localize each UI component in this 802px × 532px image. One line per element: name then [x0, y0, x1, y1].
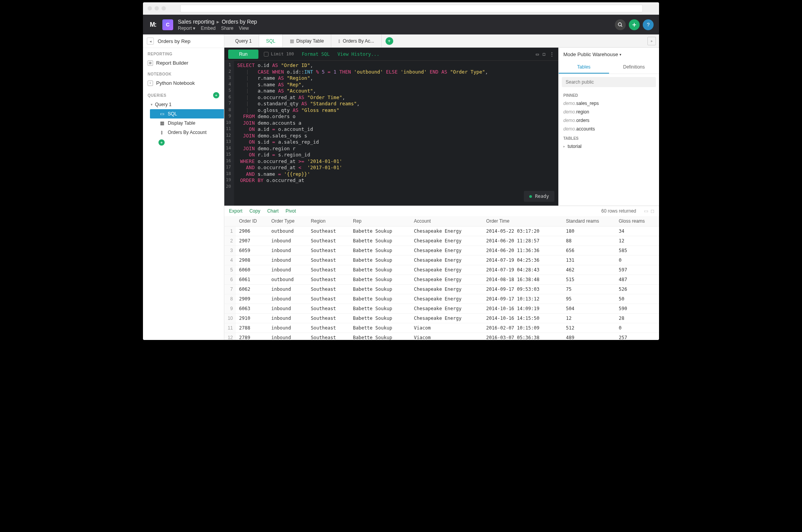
- table-row[interactable]: 22907inboundSoutheastBabette SoukupChesa…: [224, 236, 659, 246]
- sidebar-item-sql[interactable]: ▭ SQL: [150, 109, 224, 118]
- run-button[interactable]: Run: [228, 50, 258, 59]
- sidebar-item-display-table[interactable]: ▦ Display Table: [148, 118, 224, 128]
- column-header[interactable]: Gloss reams: [616, 216, 659, 227]
- limit-toggle[interactable]: Limit 100: [264, 51, 294, 57]
- tab-display-table[interactable]: ▦Display Table: [283, 34, 331, 47]
- breadcrumb: Sales reporting ▸ Orders by Rep: [178, 19, 257, 25]
- tab-orders-by-account[interactable]: ⫿Orders By Ac...: [331, 34, 382, 47]
- sidebar-item-label: SQL: [168, 111, 177, 117]
- menu-view[interactable]: View: [239, 26, 249, 31]
- add-tab-icon[interactable]: +: [386, 37, 393, 45]
- table-row[interactable]: 42908inboundSoutheastBabette SoukupChesa…: [224, 256, 659, 265]
- cell: 462: [563, 265, 616, 275]
- pivot-link[interactable]: Pivot: [286, 208, 296, 214]
- column-header[interactable]: Order ID: [236, 216, 268, 227]
- cell: Babette Soukup: [350, 275, 411, 285]
- maximize-icon[interactable]: ◻: [542, 51, 546, 57]
- maximize-icon[interactable]: ◻: [651, 208, 654, 214]
- table-row[interactable]: 122789inboundSoutheastBabette SoukupViac…: [224, 333, 659, 340]
- cell: Babette Soukup: [350, 333, 411, 340]
- pinned-table[interactable]: demo.orders: [559, 116, 659, 125]
- cell: 590: [616, 304, 659, 314]
- checkbox-icon[interactable]: [264, 52, 268, 57]
- tab-query1[interactable]: Query 1: [228, 34, 259, 47]
- cell: 2909: [236, 294, 268, 304]
- column-header[interactable]: Standard reams: [563, 216, 616, 227]
- status-badge: Ready: [524, 191, 554, 202]
- export-link[interactable]: Export: [229, 208, 243, 214]
- add-below-icon[interactable]: +: [158, 139, 165, 146]
- tab-sql[interactable]: SQL: [259, 34, 283, 47]
- sql-icon: ▭: [159, 111, 165, 117]
- menu-report[interactable]: Report ▾: [178, 26, 195, 31]
- code-lines[interactable]: SELECT o.id AS "Order ID", | CASE WHEN o…: [234, 61, 558, 206]
- more-icon[interactable]: ⋮: [549, 51, 554, 57]
- menu-share[interactable]: Share: [221, 26, 233, 31]
- tab-label: Query 1: [235, 38, 252, 44]
- cell: Chesapeake Energy: [411, 236, 483, 246]
- sidebar-item-orders-by-account[interactable]: ⫿ Orders By Account: [148, 128, 224, 137]
- chevron-right-icon: ▸: [217, 19, 219, 25]
- rp-tab-tables[interactable]: Tables: [559, 61, 609, 74]
- cell: 6061: [236, 275, 268, 285]
- cell: inbound: [268, 314, 308, 323]
- cell: Viacom: [411, 323, 483, 333]
- cell: 2016-03-07 05:36:38: [483, 333, 563, 340]
- sidebar-item-query1[interactable]: ▾ Query 1: [148, 100, 224, 109]
- cell: Chesapeake Energy: [411, 265, 483, 275]
- minimize-icon[interactable]: ▭: [536, 51, 539, 57]
- sidebar-item-python-notebook[interactable]: ≡ Python Notebook: [143, 78, 224, 88]
- cell: 2014-08-18 16:38:48: [483, 275, 563, 285]
- help-icon[interactable]: ?: [643, 19, 654, 30]
- cell: 2788: [236, 323, 268, 333]
- table-row[interactable]: 76062inboundSoutheastBabette SoukupChesa…: [224, 285, 659, 294]
- column-header[interactable]: Account: [411, 216, 483, 227]
- tab-nav-right-icon[interactable]: ▸: [647, 37, 656, 45]
- url-bar[interactable]: [180, 5, 643, 12]
- column-header[interactable]: Rep: [350, 216, 411, 227]
- chart-link[interactable]: Chart: [267, 208, 279, 214]
- minimize-icon[interactable]: ▭: [644, 208, 648, 214]
- column-header[interactable]: Order Type: [268, 216, 308, 227]
- schema-search-input[interactable]: [562, 77, 656, 87]
- search-icon[interactable]: [615, 19, 626, 30]
- cell: Southeast: [308, 246, 350, 256]
- format-sql-link[interactable]: Format SQL: [302, 51, 330, 57]
- table-row[interactable]: 12906outboundSoutheastBabette SoukupChes…: [224, 227, 659, 236]
- chevron-right-icon: ▸: [563, 144, 565, 148]
- column-header[interactable]: Region: [308, 216, 350, 227]
- cell: 6063: [236, 304, 268, 314]
- add-query-icon[interactable]: +: [213, 92, 219, 98]
- status-text: Ready: [535, 194, 549, 199]
- sidebar-item-report-builder[interactable]: ▦ Report Builder: [143, 58, 224, 68]
- breadcrumb-parent[interactable]: Sales reporting: [178, 19, 214, 25]
- table-row[interactable]: 96063inboundSoutheastBabette SoukupChesa…: [224, 304, 659, 314]
- table-row[interactable]: 66061outboundSoutheastBabette SoukupChes…: [224, 275, 659, 285]
- cell: 512: [563, 323, 616, 333]
- warehouse-selector[interactable]: Mode Public Warehouse ▾: [559, 48, 659, 61]
- pinned-table[interactable]: demo.sales_reps: [559, 99, 659, 108]
- pinned-table[interactable]: demo.region: [559, 108, 659, 116]
- app-logo-icon[interactable]: C: [162, 19, 173, 30]
- column-header[interactable]: Order Time: [483, 216, 563, 227]
- table-row[interactable]: 112788inboundSoutheastBabette SoukupViac…: [224, 323, 659, 333]
- cell: 2910: [236, 314, 268, 323]
- table-row[interactable]: 36059inboundSoutheastBabette SoukupChesa…: [224, 246, 659, 256]
- rp-tab-definitions[interactable]: Definitions: [609, 61, 659, 74]
- copy-link[interactable]: Copy: [250, 208, 260, 214]
- mode-logo-icon[interactable]: M:: [148, 20, 158, 29]
- add-icon[interactable]: [629, 19, 640, 30]
- svg-line-1: [621, 25, 622, 26]
- back-icon[interactable]: ◂: [147, 38, 154, 45]
- table-row[interactable]: 82909inboundSoutheastBabette SoukupChesa…: [224, 294, 659, 304]
- cell: 28: [616, 314, 659, 323]
- code-area[interactable]: 1234567891011121314151617181920 SELECT o…: [224, 61, 558, 206]
- cell: outbound: [268, 275, 308, 285]
- pinned-table[interactable]: demo.accounts: [559, 125, 659, 133]
- tree-item-tutorial[interactable]: ▸ tutorial: [559, 142, 659, 151]
- table-row[interactable]: 102910inboundSoutheastBabette SoukupChes…: [224, 314, 659, 323]
- view-history-link[interactable]: View History...: [337, 51, 379, 57]
- results-table-wrapper[interactable]: Order IDOrder TypeRegionRepAccountOrder …: [224, 216, 659, 340]
- table-row[interactable]: 56060inboundSoutheastBabette SoukupChesa…: [224, 265, 659, 275]
- menu-embed[interactable]: Embed: [201, 26, 215, 31]
